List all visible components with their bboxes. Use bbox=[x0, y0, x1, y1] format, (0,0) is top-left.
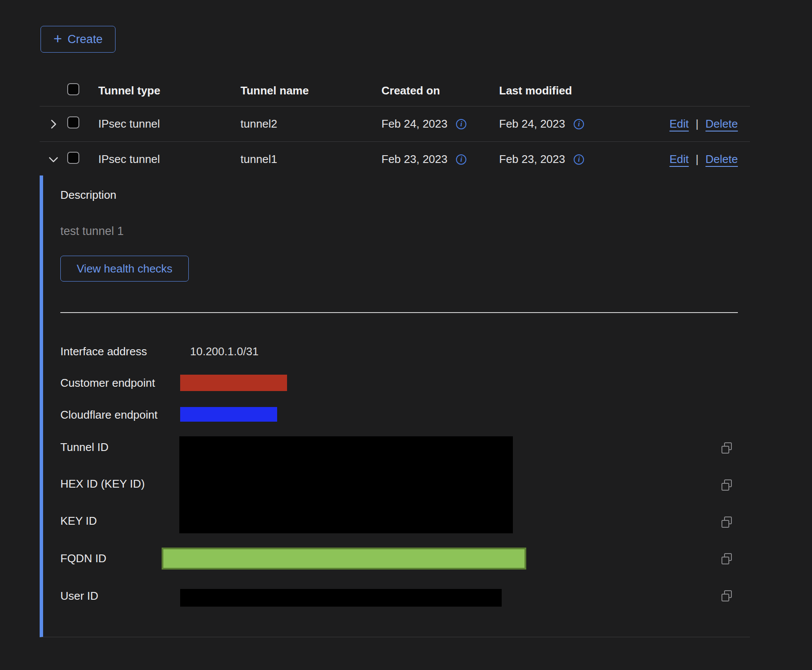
delete-link[interactable]: Delete bbox=[706, 153, 738, 166]
fqdn-id-label: FQDN ID bbox=[60, 552, 106, 565]
tunnel-id-label: Tunnel ID bbox=[60, 441, 109, 454]
copy-user-id-button[interactable] bbox=[720, 589, 734, 603]
header-tunnel-type: Tunnel type bbox=[98, 84, 240, 97]
copy-icon bbox=[720, 478, 734, 492]
tunnel-detail-panel: Description test tunnel 1 View health ch… bbox=[40, 175, 750, 637]
copy-icon bbox=[720, 589, 734, 603]
chevron-down-icon bbox=[48, 154, 59, 165]
tunnel-name-cell: tunnel1 bbox=[240, 153, 381, 166]
collapse-row-button[interactable] bbox=[40, 154, 67, 165]
cloudflare-endpoint-label: Cloudflare endpoint bbox=[60, 408, 158, 421]
user-id-redacted-value bbox=[180, 589, 502, 607]
table-row-tunnel1: IPsec tunnel tunnel1 Feb 23, 2023 i Feb … bbox=[40, 142, 750, 177]
copy-key-id-button[interactable] bbox=[720, 515, 734, 529]
info-icon[interactable]: i bbox=[574, 119, 584, 129]
customer-endpoint-label: Customer endpoint bbox=[60, 376, 155, 389]
interface-address-value: 10.200.1.0/31 bbox=[190, 345, 259, 358]
info-icon[interactable]: i bbox=[574, 154, 584, 165]
created-on-cell: Feb 23, 2023 bbox=[381, 153, 447, 166]
header-tunnel-name: Tunnel name bbox=[240, 84, 381, 97]
select-all-checkbox[interactable] bbox=[67, 83, 79, 95]
tunnel-type-cell: IPsec tunnel bbox=[98, 117, 240, 131]
table-row-tunnel2: IPsec tunnel tunnel2 Feb 24, 2023 i Feb … bbox=[40, 106, 750, 142]
row-checkbox[interactable] bbox=[67, 152, 79, 164]
create-button[interactable]: + Create bbox=[41, 26, 116, 53]
last-modified-cell: Feb 24, 2023 bbox=[499, 117, 565, 131]
copy-tunnel-id-button[interactable] bbox=[720, 441, 734, 455]
description-label: Description bbox=[60, 188, 116, 201]
expand-row-button[interactable] bbox=[40, 119, 67, 130]
copy-icon bbox=[720, 552, 734, 566]
created-on-cell: Feb 24, 2023 bbox=[381, 117, 447, 131]
info-icon[interactable]: i bbox=[456, 154, 466, 165]
copy-hex-id-button[interactable] bbox=[720, 478, 734, 492]
hex-id-label: HEX ID (KEY ID) bbox=[60, 477, 145, 490]
edit-link[interactable]: Edit bbox=[669, 117, 689, 131]
plus-icon: + bbox=[53, 31, 62, 46]
delete-link[interactable]: Delete bbox=[706, 117, 738, 131]
copy-icon bbox=[720, 515, 734, 529]
ids-redacted-block bbox=[179, 436, 513, 533]
create-button-label: Create bbox=[68, 33, 103, 46]
table-header-row: Tunnel type Tunnel name Created on Last … bbox=[40, 75, 750, 106]
last-modified-cell: Feb 23, 2023 bbox=[499, 153, 565, 166]
interface-address-label: Interface address bbox=[60, 345, 147, 358]
action-separator: | bbox=[696, 153, 699, 166]
copy-icon bbox=[720, 441, 734, 455]
chevron-right-icon bbox=[48, 119, 59, 130]
tunnel-table: Tunnel type Tunnel name Created on Last … bbox=[40, 75, 750, 177]
user-id-label: User ID bbox=[60, 589, 98, 602]
row-checkbox[interactable] bbox=[67, 116, 79, 128]
copy-fqdn-id-button[interactable] bbox=[720, 552, 734, 566]
tunnel-type-cell: IPsec tunnel bbox=[98, 153, 240, 166]
tunnel-name-cell: tunnel2 bbox=[240, 117, 381, 131]
cloudflare-endpoint-redacted-value bbox=[180, 407, 277, 422]
edit-link[interactable]: Edit bbox=[669, 153, 689, 166]
section-divider bbox=[60, 312, 738, 313]
header-last-modified: Last modified bbox=[499, 84, 631, 97]
fqdn-id-redacted-value bbox=[162, 548, 526, 570]
customer-endpoint-redacted-value bbox=[180, 375, 287, 391]
key-id-label: KEY ID bbox=[60, 514, 97, 527]
info-icon[interactable]: i bbox=[456, 119, 466, 129]
view-health-checks-button[interactable]: View health checks bbox=[60, 256, 189, 282]
action-separator: | bbox=[696, 117, 699, 131]
description-value: test tunnel 1 bbox=[60, 225, 124, 238]
header-created-on: Created on bbox=[381, 84, 499, 97]
